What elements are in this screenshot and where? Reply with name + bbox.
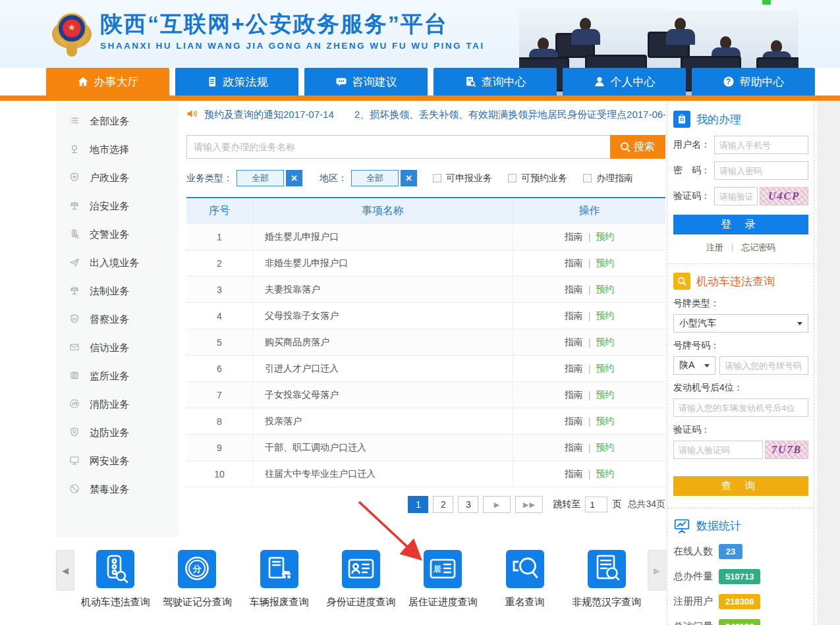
guide-link[interactable]: 指南 xyxy=(565,363,583,375)
book-link[interactable]: 预约 xyxy=(596,389,614,401)
book-link[interactable]: 预约 xyxy=(596,468,614,480)
site-title-box: 陕西“互联网+公安政务服务”平台 SHAANXI HU LIAN WANG JI… xyxy=(100,11,522,51)
tab-personal-center[interactable]: 个人中心 xyxy=(563,68,686,95)
guide-link[interactable]: 指南 xyxy=(565,231,583,243)
tab-policy[interactable]: 政策法规 xyxy=(175,68,298,95)
guide-link[interactable]: 指南 xyxy=(565,416,583,427)
carousel-prev-button[interactable]: ◀ xyxy=(56,550,74,591)
sidebar-item-all[interactable]: 全部业务 xyxy=(56,107,179,136)
vehicle-captcha-image[interactable]: 7U7B xyxy=(765,441,808,459)
last-page-icon[interactable]: ▶▶ xyxy=(515,496,543,513)
sidebar-item-fire[interactable]: 消防业务 xyxy=(56,391,179,419)
sidebar-item-public-security[interactable]: 治安业务 xyxy=(56,192,179,221)
tab-query-center[interactable]: 查询中心 xyxy=(434,68,557,95)
sidebar-item-detention[interactable]: 监所业务 xyxy=(56,362,179,391)
search-button[interactable]: 搜索 xyxy=(610,135,665,159)
tab-consultation[interactable]: 咨询建议 xyxy=(304,68,428,95)
book-link[interactable]: 预约 xyxy=(596,363,614,375)
jump-page-input[interactable] xyxy=(585,497,607,512)
emblem-tail xyxy=(67,43,77,57)
guide-link[interactable]: 指南 xyxy=(565,468,583,480)
declarable-checkbox-label: 可申报业务 xyxy=(446,173,492,184)
query-button[interactable]: 查 询 xyxy=(673,476,808,496)
carousel-next-button[interactable]: ▶ xyxy=(648,550,666,591)
row-name[interactable]: 父母投靠子女落户 xyxy=(252,303,513,329)
book-link[interactable]: 预约 xyxy=(596,310,614,322)
forgot-password-link[interactable]: 忘记密码 xyxy=(741,242,775,254)
service-duplicate-name[interactable]: 重名查询 xyxy=(485,541,565,609)
sidebar-item-traffic-police[interactable]: 交警业务 xyxy=(56,221,179,249)
page-button-3[interactable]: 3 xyxy=(458,496,478,513)
login-button[interactable]: 登 录 xyxy=(673,215,808,234)
guide-link[interactable]: 指南 xyxy=(565,310,583,322)
row-name[interactable]: 婚生婴儿申报户口 xyxy=(252,224,513,250)
row-name[interactable]: 往届大中专毕业生户口迁入 xyxy=(252,461,513,487)
engine-number-field[interactable] xyxy=(673,398,808,417)
captcha-field[interactable] xyxy=(714,187,758,205)
search-input[interactable] xyxy=(186,135,610,159)
sidebar-item-household[interactable]: 户政业务 xyxy=(56,164,179,192)
username-field[interactable] xyxy=(714,136,808,154)
guide-checkbox[interactable] xyxy=(583,174,592,182)
sidebar-item-border[interactable]: 边防业务 xyxy=(56,419,179,447)
type-filter-clear-icon[interactable]: × xyxy=(286,170,302,186)
service-vehicle-scrap[interactable]: 车辆报废查询 xyxy=(239,541,320,609)
row-name[interactable]: 投亲落户 xyxy=(252,408,513,434)
guide-link[interactable]: 指南 xyxy=(565,258,583,269)
op-separator: | xyxy=(588,337,591,348)
sidebar-item-exit-entry[interactable]: 出入境业务 xyxy=(56,249,179,277)
service-id-progress[interactable]: 身份证进度查询 xyxy=(321,541,401,609)
guide-link[interactable]: 指南 xyxy=(565,442,583,454)
notice-text-1[interactable]: 预约及查询的通知2017-07-14 xyxy=(204,109,334,121)
bookable-checkbox[interactable] xyxy=(508,174,517,182)
book-link[interactable]: 预约 xyxy=(596,231,614,243)
sidebar-item-city[interactable]: 地市选择 xyxy=(56,136,179,164)
guide-link[interactable]: 指南 xyxy=(565,389,583,401)
password-field[interactable] xyxy=(714,161,808,180)
sidebar-item-legal[interactable]: 法制业务 xyxy=(56,277,179,306)
row-name[interactable]: 引进人才户口迁入 xyxy=(252,356,513,381)
tab-help-center[interactable]: ? 帮助中心 xyxy=(692,68,815,95)
region-filter-clear-icon[interactable]: × xyxy=(401,170,417,186)
region-filter-select[interactable]: 全部 xyxy=(351,170,399,186)
notice-text-2[interactable]: 2、损坏换领、丢失补领、有效期满换领异地居民身份证受理点2017-06- xyxy=(354,109,665,121)
service-nonstandard-char[interactable]: 非规范汉字查询 xyxy=(567,541,647,609)
service-residence-progress[interactable]: 居 居住证进度查询 xyxy=(403,541,483,609)
book-link[interactable]: 预约 xyxy=(596,416,614,427)
book-link[interactable]: 预约 xyxy=(596,337,614,348)
register-link[interactable]: 注册 xyxy=(706,242,723,254)
sidebar-item-supervision[interactable]: 督察业务 xyxy=(56,306,179,334)
row-name[interactable]: 子女投靠父母落户 xyxy=(252,382,513,408)
exit-entry-icon xyxy=(69,257,80,269)
green-artifact xyxy=(762,0,771,5)
declarable-checkbox[interactable] xyxy=(433,174,441,182)
service-license-score[interactable]: 分 驾驶证记分查询 xyxy=(157,541,237,609)
page: ★ 陕西“互联网+公安政务服务”平台 SHAANXI HU LIAN WANG … xyxy=(0,0,840,625)
sidebar-item-petition[interactable]: 信访业务 xyxy=(56,334,179,362)
book-link[interactable]: 预约 xyxy=(596,284,614,296)
page-button-2[interactable]: 2 xyxy=(433,496,453,513)
book-link[interactable]: 预约 xyxy=(596,258,614,269)
next-page-icon[interactable]: ▶ xyxy=(483,496,511,513)
notice-bar[interactable]: 预约及查询的通知2017-07-14 2、损坏换领、丢失补领、有效期满换领异地居… xyxy=(186,109,665,121)
plate-type-select[interactable]: 小型汽车 xyxy=(673,314,808,333)
service-vehicle-violation[interactable]: 机动车违法查询 xyxy=(75,541,155,609)
plate-prefix-select[interactable]: 陕A xyxy=(673,356,715,375)
guide-link[interactable]: 指南 xyxy=(565,284,583,296)
vehicle-captcha-field[interactable] xyxy=(673,441,763,459)
row-name[interactable]: 夫妻投靠落户 xyxy=(252,277,513,302)
tab-service-hall[interactable]: 办事大厅 xyxy=(46,68,169,95)
page-button-1[interactable]: 1 xyxy=(408,496,428,513)
sidebar-item-antidrug[interactable]: 禁毒业务 xyxy=(56,476,179,504)
book-link[interactable]: 预约 xyxy=(596,442,614,454)
row-name[interactable]: 非婚生婴儿申报户口 xyxy=(252,250,513,276)
type-filter-select[interactable]: 全部 xyxy=(237,170,284,186)
plate-no-row: 陕A xyxy=(673,356,808,375)
captcha-image[interactable]: U4CP xyxy=(760,187,808,205)
row-name[interactable]: 购买商品房落户 xyxy=(252,329,513,355)
plate-number-field[interactable] xyxy=(719,356,808,375)
guide-link[interactable]: 指南 xyxy=(565,337,583,348)
sidebar-item-cyber[interactable]: 网安业务 xyxy=(56,447,179,476)
row-no: 5 xyxy=(186,337,252,348)
row-name[interactable]: 干部、职工调动户口迁入 xyxy=(252,435,513,460)
